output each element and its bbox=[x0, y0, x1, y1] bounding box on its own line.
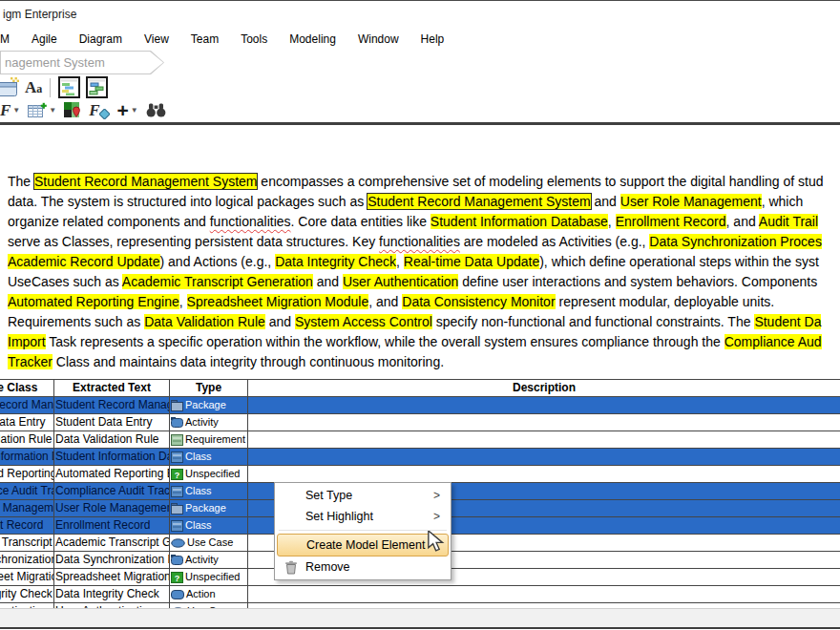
table-row-student-record-management-system[interactable]: Student Record Management SystemStudent … bbox=[0, 397, 840, 414]
column-header-description[interactable]: Description bbox=[248, 380, 840, 396]
highlighted-term[interactable]: Real-time Data Update bbox=[404, 254, 539, 269]
table-row-student-information-database[interactable]: Student Information DatabaseStudent Info… bbox=[0, 449, 840, 466]
highlighted-term[interactable]: Student Da bbox=[754, 314, 821, 329]
highlighted-term[interactable]: Data Validation Rule bbox=[144, 314, 265, 329]
diagram-layout-icon[interactable] bbox=[58, 76, 80, 99]
menu-m[interactable]: M bbox=[0, 32, 10, 46]
highlighted-term[interactable]: Audit Trail bbox=[759, 214, 818, 229]
highlighted-term[interactable]: Data Consistency Monitor bbox=[402, 294, 555, 309]
type-cell[interactable]: Activity bbox=[170, 414, 248, 430]
extracted-text-cell[interactable]: User Role Management bbox=[54, 500, 170, 516]
extracted-text-cell[interactable]: Student Record Management System bbox=[54, 397, 170, 413]
new-window-icon[interactable] bbox=[0, 76, 19, 99]
extracted-text-cell[interactable]: Enrollment Record bbox=[54, 517, 170, 534]
table-add-dropdown-icon[interactable]: ▼ bbox=[28, 99, 56, 122]
candidate-class-cell[interactable]: Compliance Audit Tracker bbox=[0, 483, 54, 499]
column-header-extracted-text[interactable]: Extracted Text bbox=[54, 380, 170, 396]
type-cell[interactable]: ?Unspecified bbox=[170, 466, 248, 482]
highlighted-term[interactable]: Enrollment Record bbox=[616, 214, 726, 229]
diagram-layout-alt-icon[interactable] bbox=[86, 76, 108, 99]
menu-tools[interactable]: Tools bbox=[241, 32, 267, 46]
type-cell[interactable]: ?Unspecified bbox=[170, 569, 248, 585]
type-cell[interactable]: Class bbox=[170, 483, 248, 499]
extracted-text-cell[interactable]: Automated Reporting Engine bbox=[54, 466, 170, 482]
highlighted-term[interactable]: System Access Control bbox=[295, 314, 432, 329]
menu-view[interactable]: View bbox=[144, 32, 169, 46]
column-header-type[interactable]: Type bbox=[170, 380, 248, 396]
description-cell[interactable] bbox=[248, 466, 840, 482]
color-grid-pin-icon[interactable] bbox=[64, 99, 81, 122]
candidate-class-cell[interactable]: Data Integrity Check bbox=[0, 586, 54, 602]
highlighted-term[interactable]: User Role Management bbox=[620, 194, 762, 209]
type-cell[interactable]: Class bbox=[170, 517, 248, 534]
highlighted-term[interactable]: Student Record Management System bbox=[34, 174, 257, 189]
extracted-text-cell[interactable]: Data Integrity Check bbox=[54, 586, 170, 602]
highlighted-term[interactable]: Academic Record Update bbox=[8, 254, 160, 269]
highlighted-term[interactable]: Student Record Management System bbox=[368, 194, 590, 209]
menu-agile[interactable]: Agile bbox=[32, 32, 57, 46]
extracted-text-cell[interactable]: Academic Transcript Generation bbox=[54, 535, 170, 551]
description-cell[interactable] bbox=[248, 586, 840, 602]
candidate-class-cell[interactable]: Spreadsheet Migration Module bbox=[0, 569, 54, 585]
extracted-text-cell[interactable]: Spreadsheet Migration Module bbox=[54, 569, 170, 585]
highlighted-term[interactable]: Academic Transcript Generation bbox=[122, 274, 313, 289]
highlighted-term[interactable]: User Authentication bbox=[343, 274, 458, 289]
description-cell[interactable] bbox=[248, 449, 840, 465]
format-f-dropdown-icon[interactable]: F▼ bbox=[0, 99, 20, 122]
format-italic-f-diamond-icon[interactable]: F bbox=[89, 99, 109, 122]
highlighted-term[interactable]: Data Synchronization Proces bbox=[649, 234, 822, 249]
extracted-text-cell[interactable]: Data Synchronization Process bbox=[54, 552, 170, 568]
type-cell[interactable]: Package bbox=[170, 397, 248, 413]
type-cell[interactable]: Use Case bbox=[170, 535, 248, 551]
context-menu-item-create-model-element[interactable]: Create Model Element bbox=[277, 534, 449, 556]
candidate-class-cell[interactable]: User Role Management bbox=[0, 500, 54, 516]
add-dropdown-icon[interactable]: +▼ bbox=[117, 99, 138, 122]
type-cell[interactable]: Requirement bbox=[170, 431, 248, 448]
menu-window[interactable]: Window bbox=[358, 32, 399, 46]
candidate-class-cell[interactable]: Student Information Database bbox=[0, 449, 54, 465]
window-title: igm Enterprise bbox=[3, 8, 76, 21]
candidate-class-cell[interactable]: Enrollment Record bbox=[0, 517, 54, 534]
find-binoculars-icon[interactable] bbox=[146, 99, 166, 122]
type-cell[interactable]: Action bbox=[170, 586, 248, 602]
table-row-automated-reporting-engine[interactable]: Automated Reporting EngineAutomated Repo… bbox=[0, 466, 840, 483]
candidate-class-cell[interactable]: Academic Transcript Generation bbox=[0, 535, 54, 551]
highlighted-term[interactable]: Data Integrity Check bbox=[275, 254, 396, 269]
tab-student-record-management-system[interactable]: nagement System bbox=[0, 51, 164, 74]
candidate-class-cell[interactable]: Student Data Entry bbox=[0, 414, 54, 430]
text-segment: are modeled as Activities (e.g., bbox=[460, 234, 649, 249]
description-cell[interactable] bbox=[248, 397, 840, 413]
font-Aa-icon[interactable]: Aa bbox=[25, 76, 42, 99]
type-cell[interactable]: Class bbox=[170, 449, 248, 465]
extracted-text-cell[interactable]: Data Validation Rule bbox=[54, 431, 170, 448]
menu-modeling[interactable]: Modeling bbox=[289, 32, 336, 46]
highlighted-term[interactable]: Tracker bbox=[8, 354, 52, 369]
candidate-class-cell[interactable]: Data Validation Rule bbox=[0, 431, 54, 448]
table-row-data-validation-rule[interactable]: Data Validation RuleData Validation Rule… bbox=[0, 431, 840, 449]
highlighted-term[interactable]: Import bbox=[8, 334, 46, 349]
column-header-candidate-class[interactable]: Candidate Class bbox=[0, 380, 54, 396]
type-cell[interactable]: Activity bbox=[170, 552, 248, 568]
description-cell[interactable] bbox=[248, 431, 840, 448]
highlighted-term[interactable]: Spreadsheet Migration Module bbox=[187, 294, 369, 309]
highlighted-term[interactable]: Automated Reporting Engine bbox=[8, 294, 179, 309]
highlighted-term[interactable]: Student Information Database bbox=[430, 214, 608, 229]
candidate-class-cell[interactable]: Student Record Management System bbox=[0, 397, 54, 413]
context-menu-item-remove[interactable]: Remove bbox=[277, 556, 449, 578]
context-menu-item-set-type[interactable]: Set Type> bbox=[277, 485, 449, 506]
extracted-text-cell[interactable]: Student Information Database bbox=[54, 449, 170, 465]
extracted-text-cell[interactable]: Student Data Entry bbox=[54, 414, 170, 430]
extracted-text-cell[interactable]: Compliance Audit Tracker bbox=[54, 483, 170, 499]
table-row-data-integrity-check[interactable]: Data Integrity CheckData Integrity Check… bbox=[0, 586, 840, 603]
description-cell[interactable] bbox=[248, 414, 840, 430]
candidate-class-cell[interactable]: Data Synchronization Process bbox=[0, 552, 54, 568]
menu-team[interactable]: Team bbox=[191, 32, 219, 46]
menu-diagram[interactable]: Diagram bbox=[79, 32, 122, 46]
menu-help[interactable]: Help bbox=[421, 32, 445, 46]
type-cell[interactable]: Package bbox=[170, 500, 248, 516]
context-menu-item-set-highlight[interactable]: Set Highlight> bbox=[277, 506, 449, 527]
candidate-class-cell[interactable]: Automated Reporting Engine bbox=[0, 466, 54, 482]
table-row-student-data-entry[interactable]: Student Data EntryStudent Data EntryActi… bbox=[0, 414, 840, 431]
highlighted-term[interactable]: Compliance Aud bbox=[724, 334, 822, 349]
context-menu-separator bbox=[279, 530, 447, 531]
